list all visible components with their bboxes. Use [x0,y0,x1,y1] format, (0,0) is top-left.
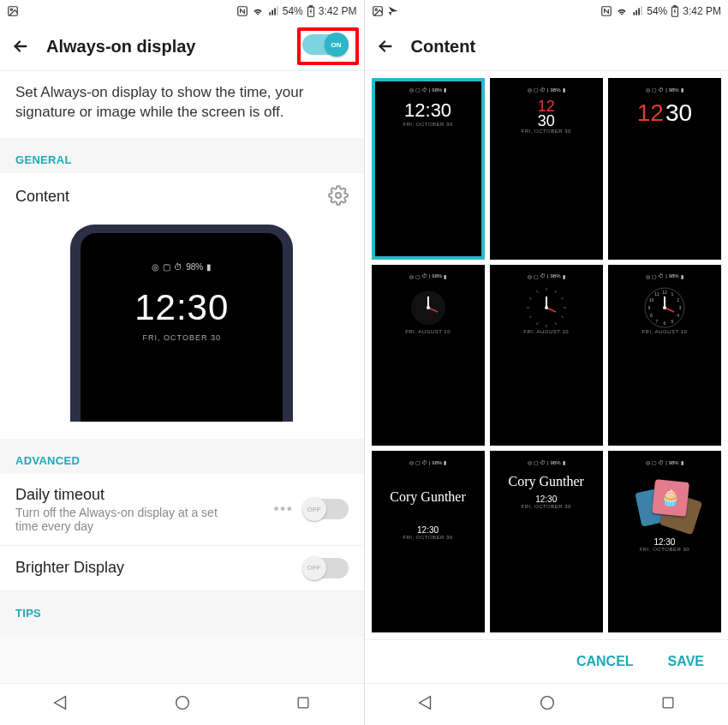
section-advanced: ADVANCED [0,439,364,474]
battery-pct: 54% [647,5,667,17]
style-tile-5[interactable]: ◎▢⏱|98%▮121234567891011FRI, AUGUST 10 [608,265,721,446]
content-preview[interactable]: ◎▢⏱ 98% ▮ 12:30 FRI, OCTOBER 30 [0,221,364,439]
tile-time: 12:30 [417,525,439,535]
style-tile-7[interactable]: ◎▢⏱|98%▮Cory Gunther12:30FRI, OCTOBER 30 [490,451,603,632]
dialog-buttons: CANCEL SAVE [365,639,729,683]
app-bar: Always-on display ON [0,22,364,71]
svg-rect-18 [641,6,642,15]
brighter-display-title: Brighter Display [15,559,294,577]
tile-time: 12:30 [404,99,451,122]
tile-status-icons: ◎▢⏱|98%▮ [646,459,683,465]
tile-date: FRI, OCTOBER 30 [403,535,452,540]
tile-time: 12:30 [653,537,675,547]
brighter-display-toggle[interactable]: OFF [304,558,349,578]
svg-text:6: 6 [664,321,666,326]
svg-point-10 [176,697,189,710]
daily-timeout-sub: Turn off the Always-on display at a set … [15,506,238,533]
settings-pane: 54% 3:42 PM Always-on display ON Set Alw… [0,0,364,725]
nav-bar [0,683,364,725]
image-icon [7,5,19,17]
svg-text:11: 11 [654,291,659,297]
svg-rect-3 [269,12,271,15]
tile-status-icons: ◎▢⏱|98%▮ [646,273,683,279]
style-grid: ◎▢⏱|98%▮12:30FRI, OCTOBER 30◎▢⏱|98%▮1230… [365,71,729,639]
tile-minute: 30 [665,99,692,127]
style-tile-0[interactable]: ◎▢⏱|98%▮12:30FRI, OCTOBER 30 [372,78,485,260]
toggle-knob: ON [325,33,349,57]
status-bar: 54% 3:42 PM [0,0,364,22]
svg-rect-4 [272,10,273,15]
svg-line-29 [561,316,564,318]
aod-toggle[interactable]: ON [302,34,347,55]
tile-date: FRI, AUGUST 10 [641,329,687,334]
style-tile-8[interactable]: ◎▢⏱|98%▮🧁12:30FRI, OCTOBER 30 [608,451,721,632]
svg-rect-20 [674,6,677,7]
signal-icon [631,5,643,17]
svg-text:3: 3 [679,305,682,310]
battery-charging-icon [307,5,315,17]
back-button[interactable] [9,34,33,58]
tile-status-icons: ◎▢⏱|98%▮ [528,87,565,93]
svg-rect-57 [663,698,673,708]
svg-rect-11 [299,698,309,708]
svg-point-13 [375,9,377,10]
svg-text:4: 4 [677,313,679,318]
nav-back-icon[interactable] [416,693,435,716]
svg-rect-6 [277,6,278,15]
tile-signature: Cory Gunther [509,474,584,489]
nav-recent-icon[interactable] [659,694,677,715]
daily-timeout-title: Daily timeout [15,486,264,504]
brighter-display-row[interactable]: Brighter Display OFF [0,546,364,591]
svg-point-56 [540,697,553,710]
svg-line-27 [561,297,564,299]
tile-date: FRI, OCTOBER 30 [640,547,689,552]
more-icon[interactable]: ••• [274,501,294,517]
phone-screen: ◎▢⏱ 98% ▮ 12:30 FRI, OCTOBER 30 [81,233,283,422]
settings-body: Set Always-on display to show the time, … [0,71,364,683]
style-tile-6[interactable]: ◎▢⏱|98%▮Cory Gunther12:30FRI, OCTOBER 30 [372,451,485,632]
style-tile-2[interactable]: ◎▢⏱|98%▮1230 [608,78,721,260]
tile-status-icons: ◎▢⏱|98%▮ [409,273,447,279]
svg-text:1: 1 [671,291,674,297]
svg-text:12: 12 [662,290,667,295]
wifi-icon [252,5,264,17]
daily-timeout-toggle[interactable]: OFF [304,499,349,519]
cancel-button[interactable]: CANCEL [576,654,634,669]
style-tile-4[interactable]: ◎▢⏱|98%▮FRI, AUGUST 10 [490,265,603,446]
svg-line-36 [536,291,538,293]
svg-line-32 [536,322,538,325]
clock-text: 3:42 PM [319,5,357,17]
daily-timeout-row[interactable]: Daily timeout Turn off the Always-on dis… [0,474,364,546]
tile-minute: 30 [538,114,555,129]
svg-line-30 [555,322,557,325]
content-picker-pane: 54% 3:42 PM Content ◎▢⏱|98%▮12:30FRI, OC… [364,0,729,725]
content-label: Content [15,188,318,206]
content-row[interactable]: Content [0,173,364,221]
svg-rect-15 [634,12,636,15]
image-icon [372,5,384,17]
nav-home-icon[interactable] [173,693,192,716]
page-title: Content [411,37,476,57]
nav-back-icon[interactable] [51,693,70,716]
tile-status-icons: ◎▢⏱|98%▮ [528,273,565,279]
nav-home-icon[interactable] [538,693,557,716]
preview-time: 12:30 [134,287,229,328]
svg-point-55 [663,306,666,309]
battery-pct: 54% [283,5,303,17]
photo-stack-icon: 🧁 [635,479,695,530]
status-bar: 54% 3:42 PM [365,0,729,22]
description-text: Set Always-on display to show the time, … [0,71,364,138]
tile-date: FRI, AUGUST 10 [405,329,451,334]
svg-line-26 [555,291,557,293]
svg-text:10: 10 [649,297,654,303]
gear-icon[interactable] [328,185,349,209]
svg-rect-8 [309,6,312,7]
style-tile-1[interactable]: ◎▢⏱|98%▮1230FRI, OCTOBER 30 [490,78,603,260]
preview-battery-pct: 98% [186,262,203,272]
wifi-icon [616,5,628,17]
save-button[interactable]: SAVE [668,654,704,669]
back-button[interactable] [373,34,397,58]
nav-recent-icon[interactable] [295,694,312,715]
toggle-knob: OFF [302,497,326,521]
style-tile-3[interactable]: ◎▢⏱|98%▮FRI, AUGUST 10 [372,265,485,446]
